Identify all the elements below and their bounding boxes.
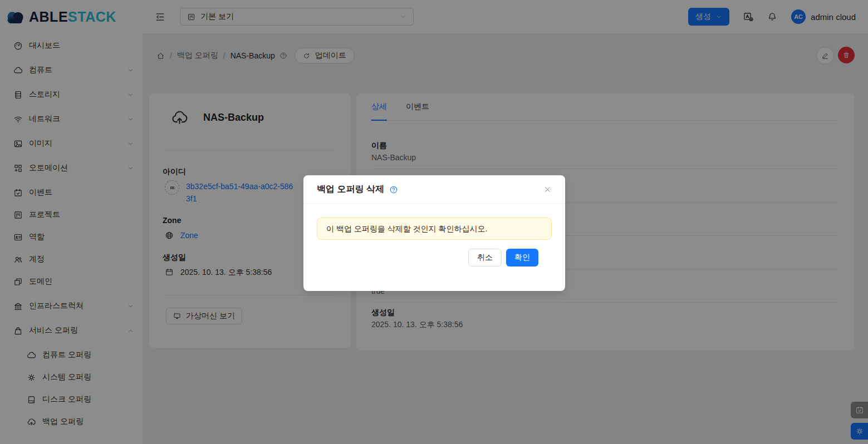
modal-header: 백업 오퍼링 삭제 xyxy=(303,175,565,203)
modal-body: 이 백업 오퍼링을 삭제할 것인지 확인하십시오. 취소 확인 xyxy=(303,204,565,267)
close-icon[interactable] xyxy=(543,185,552,194)
confirm-button[interactable]: 확인 xyxy=(506,249,538,267)
modal-title: 백업 오퍼링 삭제 xyxy=(317,184,384,195)
warning-alert: 이 백업 오퍼링을 삭제할 것인지 확인하십시오. xyxy=(317,218,552,240)
cancel-button[interactable]: 취소 xyxy=(468,249,502,267)
modal-footer: 취소 확인 xyxy=(317,240,552,267)
delete-confirm-modal: 백업 오퍼링 삭제 이 백업 오퍼링을 삭제할 것인지 확인하십시오. 취소 확… xyxy=(303,175,565,291)
question-circle-icon[interactable] xyxy=(389,185,398,194)
